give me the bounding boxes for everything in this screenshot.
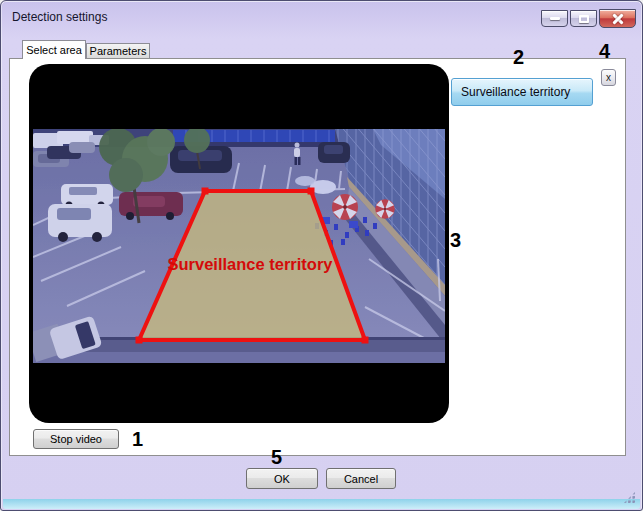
zone-handle-bottom-left bbox=[136, 337, 143, 344]
annotation-1: 1 bbox=[132, 429, 143, 449]
cancel-button[interactable]: Cancel bbox=[326, 468, 396, 489]
annotation-2: 2 bbox=[513, 47, 524, 67]
zone-handle-top-left bbox=[202, 188, 209, 195]
minimize-button[interactable] bbox=[541, 10, 568, 27]
annotation-5: 5 bbox=[271, 447, 282, 467]
window-bottom-edge bbox=[3, 499, 640, 509]
zone-handle-bottom-right bbox=[362, 337, 369, 344]
annotation-3: 3 bbox=[450, 230, 461, 250]
zone-handle-top-right bbox=[308, 188, 315, 195]
window-title: Detection settings bbox=[12, 10, 107, 24]
remove-territory-button[interactable]: x bbox=[601, 69, 616, 86]
maximize-button[interactable] bbox=[570, 10, 597, 27]
tab-parameters[interactable]: Parameters bbox=[86, 43, 150, 58]
tab-select-area[interactable]: Select area bbox=[22, 40, 86, 59]
minimize-icon bbox=[550, 17, 560, 20]
close-button[interactable] bbox=[599, 9, 636, 28]
zone-label: Surveillance territory bbox=[168, 255, 334, 274]
ok-button[interactable]: OK bbox=[246, 468, 318, 489]
annotation-4: 4 bbox=[599, 41, 610, 61]
camera-video-image: Surveillance territory bbox=[33, 129, 445, 363]
resize-grip[interactable] bbox=[623, 491, 636, 504]
video-display-area[interactable]: Surveillance territory bbox=[29, 64, 449, 423]
titlebar[interactable]: Detection settings bbox=[1, 1, 642, 33]
detection-settings-dialog: Detection settings Select area Parameter… bbox=[0, 0, 643, 511]
territory-item-button[interactable]: Surveillance territory bbox=[451, 78, 593, 106]
maximize-icon bbox=[579, 15, 589, 23]
stop-video-button[interactable]: Stop video bbox=[33, 429, 119, 449]
